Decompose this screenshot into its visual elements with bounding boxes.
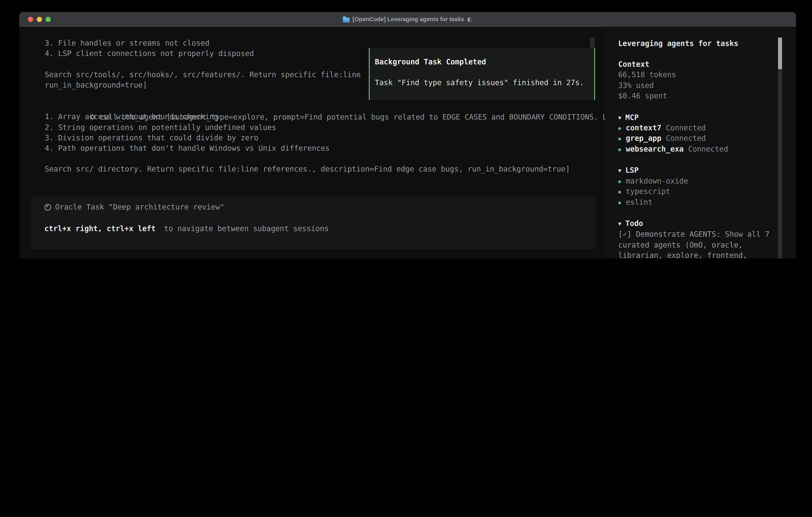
- window-content: 3. File handles or streams not closed 4.…: [19, 27, 796, 258]
- mcp-item: grep_app Connected: [618, 133, 706, 143]
- mcp-item: websearch_exa Connected: [618, 144, 728, 154]
- todo-list: [✓] Demonstrate AGENTS: Show all 7 curat…: [618, 229, 790, 258]
- background-task-toast: Background Task Completed Task "Find typ…: [369, 48, 595, 100]
- mcp-name: websearch_exa: [626, 145, 684, 153]
- tool-call-item: 3. Division operations that could divide…: [45, 133, 258, 143]
- context-heading: Context: [618, 59, 649, 70]
- window-title-group: [OpenCode] Leveraging agents for tasks ◐: [19, 12, 796, 27]
- tool-call-item: 2. String operations on potentially unde…: [45, 123, 276, 133]
- tool-call-tail: Search src/ directory. Return specific f…: [45, 164, 570, 174]
- log-line: 4. LSP client connections not properly d…: [45, 48, 254, 59]
- todo-heading: Todo: [626, 219, 643, 227]
- lsp-item: typescript: [618, 186, 670, 197]
- folder-icon: [343, 18, 350, 22]
- log-line: Search src/tools/, src/hooks/, src/featu…: [45, 70, 361, 80]
- mcp-name: grep_app: [626, 134, 661, 142]
- lsp-name: markdown-oxide: [626, 177, 688, 185]
- status-dot-icon: [618, 180, 621, 183]
- mcp-status: Connected: [688, 145, 728, 153]
- lsp-heading: LSP: [626, 166, 639, 174]
- conversation-pane: 3. File handles or streams not closed 4.…: [19, 27, 605, 258]
- window-title: [OpenCode] Leveraging agents for tasks: [352, 12, 464, 27]
- context-used: 33% used: [618, 80, 654, 91]
- oracle-title: Oracle Task "Deep architecture review": [55, 202, 224, 212]
- lsp-item: eslint: [618, 197, 652, 208]
- toast-body: Task "Find type safety issues" finished …: [375, 78, 584, 88]
- todo-section-header[interactable]: ▼Todo: [618, 218, 643, 229]
- chevron-down-icon: ▼: [618, 166, 621, 176]
- fisheye-circle-icon: [45, 204, 51, 211]
- lsp-name: typescript: [626, 187, 670, 195]
- toast-title: Background Task Completed: [375, 57, 486, 67]
- status-dot-icon: [618, 191, 621, 193]
- titlebar: [OpenCode] Leveraging agents for tasks ◐: [19, 12, 796, 27]
- sidebar-scrollbar-track[interactable]: [778, 69, 782, 258]
- mcp-item: context7 Connected: [618, 123, 706, 133]
- conversation-scrollbar-thumb[interactable]: [590, 37, 594, 48]
- oracle-hint-keys: ctrl+x right, ctrl+x left: [45, 223, 156, 234]
- status-dot-icon: [618, 138, 621, 140]
- chevron-down-icon: ▼: [618, 113, 621, 123]
- opencode-window: [OpenCode] Leveraging agents for tasks ◐…: [19, 12, 796, 258]
- lsp-item: markdown-oxide: [618, 176, 688, 186]
- context-spent: $0.46 spent: [618, 91, 667, 101]
- oracle-task-card: Oracle Task "Deep architecture review" c…: [31, 197, 596, 249]
- lsp-name: eslint: [626, 198, 652, 206]
- status-dot-icon: [618, 127, 621, 130]
- session-sidebar: Leveraging agents for tasks Context 66,5…: [605, 27, 796, 258]
- oracle-hint-row: ctrl+x right, ctrl+x left to navigate be…: [45, 223, 329, 234]
- todo-line: librarian, explore, frontend,: [618, 250, 790, 258]
- todo-line: [✓] Demonstrate AGENTS: Show all 7: [618, 229, 790, 240]
- context-tokens: 66,518 tokens: [618, 70, 676, 80]
- chevron-down-icon: ▼: [618, 219, 621, 229]
- tool-call-item: 1. Array access without bounds checking: [45, 112, 219, 122]
- mcp-status: Connected: [666, 124, 706, 132]
- screen: [OpenCode] Leveraging agents for tasks ◐…: [0, 0, 812, 258]
- oracle-hint-text: to navigate between subagent sessions: [160, 223, 329, 234]
- log-line: run_in_background=true]: [45, 80, 147, 90]
- status-dot-icon: [618, 148, 621, 151]
- log-line: 3. File handles or streams not closed: [45, 38, 209, 48]
- mcp-section-header[interactable]: ▼MCP: [618, 112, 639, 124]
- session-title: Leveraging agents for tasks: [618, 38, 738, 49]
- half-circle-progress-icon: ◐: [467, 12, 472, 27]
- lsp-section-header[interactable]: ▼LSP: [618, 165, 639, 176]
- todo-line: curated agents (OmO, oracle,: [618, 240, 790, 250]
- mcp-status: [661, 124, 666, 132]
- mcp-status: Connected: [666, 134, 706, 142]
- mcp-heading: MCP: [626, 113, 639, 121]
- status-dot-icon: [618, 201, 621, 204]
- tool-call-item: 4. Path operations that don't handle Win…: [45, 143, 330, 154]
- mcp-name: context7: [626, 124, 661, 132]
- sidebar-scrollbar-thumb[interactable]: [778, 37, 782, 69]
- oracle-title-row: Oracle Task "Deep architecture review": [45, 202, 224, 212]
